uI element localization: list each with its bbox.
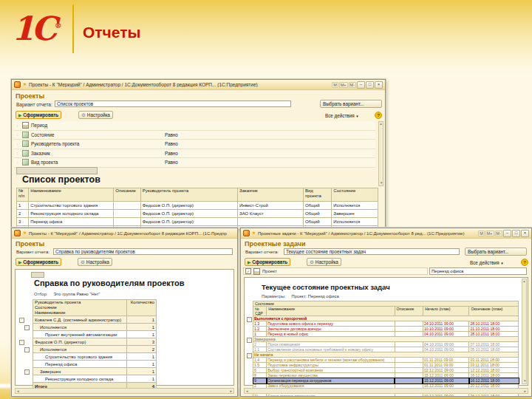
cell[interactable]: Подготовка нового офиса к переезду <box>267 321 395 327</box>
filter-value-cell[interactable]: Переезд офиса <box>429 267 527 275</box>
filter-row[interactable]: ::СостояниеРавно <box>14 131 375 140</box>
scroll-left-icon[interactable]: ◄ <box>245 389 248 393</box>
cell[interactable]: 28.10.2011 18:00 <box>469 332 519 337</box>
group-row[interactable]: Выполняется с просрочкой <box>253 316 519 321</box>
cell[interactable]: Переезд офиса <box>29 218 114 226</box>
help-icon[interactable]: ? <box>375 112 382 119</box>
report-row[interactable]: 3Переезд офисаФедосов О.П. (директор)Общ… <box>17 218 378 226</box>
scroll-down-icon[interactable]: ▼ <box>523 379 526 383</box>
collapse-icon[interactable]: − <box>24 325 30 330</box>
cell[interactable]: 8 <box>253 373 267 378</box>
task-row[interactable]: 1Переезд в новый офис04.10.2011 09:0028.… <box>253 332 519 337</box>
cell[interactable] <box>395 342 423 347</box>
cell[interactable] <box>395 373 423 378</box>
cell[interactable]: Реконструкция холодного склада <box>29 210 114 218</box>
tree-row[interactable]: Проект внутренней автоматизации1 <box>33 331 157 338</box>
scroll-up-icon[interactable]: ▲ <box>522 279 525 283</box>
cell[interactable]: Инвест-Строй <box>238 202 304 210</box>
minimize-button[interactable]: – <box>503 230 511 237</box>
task-row[interactable]: 9Организация переезда сотрудников15.12.2… <box>253 378 519 383</box>
collapse-icon[interactable]: − <box>24 347 30 352</box>
choose-variant-button[interactable]: Выбрать вариант... <box>465 248 527 256</box>
cell[interactable]: 2 <box>126 346 156 353</box>
generate-button[interactable]: ▶Сформировать <box>16 258 61 266</box>
task-row[interactable]: 1.5Подготовка инфраструктуры01.11.2011 0… <box>253 363 519 368</box>
corner-box[interactable] <box>31 272 44 278</box>
tree-row[interactable]: Строительство торгового здания1 <box>33 353 157 361</box>
cell[interactable]: Выполняется с просрочкой <box>253 316 519 321</box>
cell[interactable] <box>395 394 423 398</box>
filter-row[interactable]: ::Вид проектаРавно <box>14 158 375 168</box>
cell[interactable]: Поиск помещения <box>267 342 395 347</box>
cell[interactable] <box>395 368 423 373</box>
cell[interactable]: 2 <box>17 210 29 218</box>
cell[interactable]: 15.12.2011 09:00 <box>423 373 469 378</box>
filter-row[interactable]: ::Руководитель проектаРавно <box>14 140 375 149</box>
help-icon[interactable]: ? <box>521 259 528 266</box>
task-row[interactable]: 6Выбор транспортной компании02.12.2011 0… <box>253 368 519 373</box>
tree-row[interactable]: Исполняется2 <box>33 346 157 353</box>
cell[interactable]: 1 <box>126 331 156 338</box>
font-bigger-button[interactable]: М+ <box>339 82 348 88</box>
tree-row[interactable]: Переезд офиса1 <box>33 361 157 368</box>
vertical-scrollbar[interactable]: ▲▼ <box>522 279 527 384</box>
cell[interactable]: 1.3 <box>253 321 267 327</box>
vertical-scrollbar[interactable]: ▲▼ <box>378 121 383 186</box>
cell[interactable] <box>395 363 423 368</box>
collapse-icon[interactable]: − <box>19 340 24 345</box>
cell[interactable]: 04.10.2011 09:00 <box>423 332 469 337</box>
horizontal-scrollbar[interactable]: ◄► <box>15 388 234 394</box>
cell[interactable]: 1.2 <box>253 327 267 332</box>
cell[interactable]: 21.10.2011 18:00 <box>469 327 519 332</box>
cell[interactable] <box>395 321 423 327</box>
cell[interactable]: 1.4 <box>253 358 267 363</box>
settings-button[interactable]: ⚙Настройка <box>78 258 112 266</box>
cell[interactable]: Федосов О.П. (директор) <box>140 202 237 210</box>
cell[interactable]: 1 <box>126 375 156 383</box>
cell[interactable]: Исполняется <box>332 202 378 210</box>
cell[interactable]: Строительство торгового здания <box>29 202 114 210</box>
cell[interactable] <box>395 347 423 352</box>
task-row[interactable]: 11Сдача старого помещения19.12.2011 09:0… <box>253 394 519 398</box>
horizontal-scrollbar[interactable]: ◄► <box>244 388 528 394</box>
cell[interactable]: 1 <box>253 332 267 337</box>
cell[interactable]: Исполняется <box>33 324 127 331</box>
cell[interactable]: Проект внутренней автоматизации <box>33 331 127 338</box>
tree-row[interactable]: Реконструкция холодного склада1 <box>33 375 157 383</box>
cell[interactable]: 19.12.2011 09:00 <box>423 394 469 398</box>
section-splitter[interactable] <box>16 167 98 174</box>
cell[interactable]: 12.12.2011 18:00 <box>469 368 519 373</box>
filter-row[interactable]: ✓ Проект <box>243 267 428 275</box>
cell[interactable]: Сдача старого помещения <box>267 394 395 398</box>
report-row[interactable]: 1Строительство торгового зданияФедосов О… <box>17 202 378 210</box>
cell[interactable]: ЗАО Клауст <box>238 210 304 218</box>
font-smaller-button[interactable]: М- <box>495 231 502 236</box>
cell[interactable]: Федосов О.П. (директор) <box>140 210 237 218</box>
cell[interactable]: 1.5 <box>253 363 267 368</box>
settings-button[interactable]: ⚙Настройка <box>78 111 113 119</box>
font-smaller-button[interactable]: М- <box>349 82 356 88</box>
cell[interactable]: 1 <box>126 316 156 324</box>
cell[interactable] <box>395 332 423 337</box>
task-row[interactable]: 1.4Переезд и расстановка мебели и техник… <box>253 358 519 363</box>
choose-variant-button[interactable]: Выбрать вариант... <box>320 100 382 108</box>
scroll-right-icon[interactable]: ► <box>524 389 527 393</box>
close-button[interactable]: × <box>521 230 529 237</box>
cell[interactable]: Общий <box>303 202 331 210</box>
cell[interactable]: Переезд офиса <box>33 361 127 368</box>
collapse-icon[interactable]: − <box>247 338 252 343</box>
cell[interactable]: Организация переезда сотрудников <box>267 378 395 383</box>
cell[interactable]: Составление списка основных требований к… <box>267 347 395 352</box>
cell[interactable]: 11 <box>253 394 267 398</box>
cell[interactable] <box>395 378 423 383</box>
cell[interactable] <box>114 218 140 226</box>
report-row[interactable]: 2Реконструкция холодного складаФедосов О… <box>17 210 378 218</box>
close-button[interactable]: × <box>375 81 383 89</box>
cell[interactable]: 04.10.2011 09:00 <box>423 347 469 352</box>
cell[interactable]: Федосов О.П. (директор) <box>33 338 127 346</box>
cell[interactable]: 05.10.2011 18:00 <box>469 347 519 352</box>
tree-row[interactable]: Ковалев С.Д. (системный администратор)1 <box>33 316 157 324</box>
cell[interactable]: 01.11.2011 09:00 <box>423 363 469 368</box>
collapse-icon[interactable]: − <box>247 317 252 322</box>
cell[interactable]: Завершен <box>332 210 378 218</box>
